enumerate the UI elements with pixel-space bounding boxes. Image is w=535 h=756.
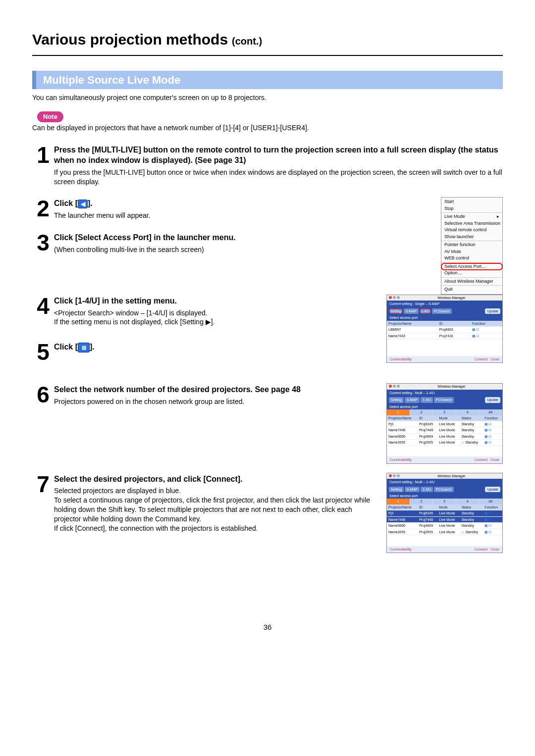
tab-setting[interactable]: Setting bbox=[389, 487, 404, 492]
step-heading: Select the network number of the desired… bbox=[54, 384, 376, 395]
page-number: 36 bbox=[32, 622, 503, 632]
sub-header: Select access port bbox=[387, 315, 502, 320]
num-2[interactable]: 2 bbox=[410, 409, 433, 415]
function-icon bbox=[484, 530, 492, 534]
page-title: Various projection methods bbox=[32, 30, 228, 50]
page-title-cont: (cont.) bbox=[232, 35, 262, 48]
update-button[interactable]: Update bbox=[485, 487, 500, 492]
number-selector: 1 2 3 4 All bbox=[387, 499, 502, 504]
step-heading: Click [1-4/U] in the setting menu. bbox=[54, 296, 376, 306]
current-setting: Current setting : Single – S-MAP bbox=[387, 301, 502, 307]
step-2: 2 Click []. The launcher menu will appea… bbox=[32, 197, 431, 220]
menu-item-quit[interactable]: Quit bbox=[441, 286, 502, 293]
step-number: 6 bbox=[32, 383, 54, 406]
tab-1-4-u[interactable]: 1-4/U bbox=[420, 308, 431, 314]
table-row[interactable]: Name0000Proj4669Live ModeStandby bbox=[387, 523, 502, 529]
function-icon bbox=[472, 334, 480, 338]
connect-button[interactable]: Connect bbox=[475, 547, 487, 552]
step-number: 1 bbox=[32, 144, 54, 166]
note-badge: Note bbox=[37, 111, 63, 122]
update-button[interactable]: Update bbox=[485, 308, 500, 314]
num-1[interactable]: 1 bbox=[387, 409, 410, 415]
projector-table: ProjectorNameIDModeStatusFunction Pj3Pro… bbox=[387, 415, 502, 457]
table-row[interactable]: Name7448Proj7448Live ModeStandby bbox=[387, 427, 502, 433]
current-setting: Current setting : Multi – 1-4/U bbox=[387, 390, 502, 396]
step-3: 3 Click [Select Access Port] in the laun… bbox=[32, 231, 431, 254]
num-1[interactable]: 1 bbox=[387, 499, 410, 504]
menu-item-pointer[interactable]: Pointer function bbox=[441, 242, 502, 249]
function-icon bbox=[484, 428, 492, 432]
num-4[interactable]: 4 bbox=[456, 409, 480, 415]
step-detail: If you press the [MULTI-LIVE] button onc… bbox=[54, 168, 503, 187]
window-footer: Connectability Connect Close bbox=[387, 456, 502, 463]
window-controls-icon[interactable] bbox=[389, 384, 401, 389]
col-func: Function bbox=[471, 321, 502, 327]
num-3[interactable]: 3 bbox=[433, 409, 456, 415]
step-detail: If the setting menu is not displayed, cl… bbox=[54, 317, 376, 327]
tab-1-4-u[interactable]: 1-4/U bbox=[421, 397, 433, 403]
tab-smap[interactable]: S-MAP bbox=[405, 397, 420, 403]
table-row-selected[interactable]: Pj3Proj9245Live ModeStandby bbox=[387, 510, 502, 516]
table-row[interactable]: Name2655Proj2655Live ModeStandby bbox=[387, 529, 502, 535]
connect-button[interactable]: Connect bbox=[475, 457, 487, 462]
number-selector: 1 2 3 4 All bbox=[387, 409, 502, 415]
window-controls-icon[interactable] bbox=[389, 296, 401, 300]
tab-smap[interactable]: S-MAP bbox=[405, 487, 420, 492]
table-row[interactable]: Name2655Proj2655Live ModeStandby bbox=[387, 440, 502, 446]
table-row[interactable]: LB80NTProj4863 bbox=[387, 327, 502, 333]
close-button[interactable]: Close bbox=[490, 547, 499, 552]
text-pre: Click [ bbox=[54, 343, 78, 351]
menu-separator bbox=[441, 241, 502, 241]
text-pre: Click [ bbox=[54, 199, 78, 207]
footer-connectability: Connectability bbox=[390, 457, 412, 462]
step-heading: Click [Select Access Port] in the launch… bbox=[54, 232, 431, 243]
tab-setting[interactable]: Setting bbox=[389, 397, 404, 403]
step-number: 4 bbox=[32, 295, 54, 317]
table-row-selected[interactable]: Name7448Proj7448Live ModeStandby bbox=[387, 516, 502, 522]
tab-setting[interactable]: Setting bbox=[389, 308, 403, 314]
close-button[interactable]: Close bbox=[490, 357, 499, 361]
sub-header: Select access port bbox=[387, 493, 502, 499]
menu-item-show-launcher[interactable]: Show launcher bbox=[441, 234, 502, 241]
num-all[interactable]: All bbox=[479, 409, 502, 415]
num-all[interactable]: All bbox=[479, 499, 502, 504]
menu-item-live-mode[interactable]: Live Mode bbox=[441, 213, 502, 220]
menu-item-start[interactable]: Start bbox=[441, 199, 502, 205]
connect-button[interactable]: Connect bbox=[475, 357, 487, 361]
update-button[interactable]: Update bbox=[485, 397, 500, 403]
menu-item-option[interactable]: Option.... bbox=[441, 270, 502, 277]
window-controls-icon[interactable] bbox=[389, 474, 401, 478]
menu-item-virtual-remote[interactable]: Virtual remote control bbox=[441, 227, 502, 234]
menu-item-select-access-port[interactable]: Select Access Port.... bbox=[441, 263, 502, 270]
window-footer: Connectability Connect Close bbox=[387, 356, 502, 362]
tab-pcsearch[interactable]: PCSearch bbox=[434, 397, 454, 403]
step-detail: (When controlling multi-live in the sear… bbox=[54, 245, 431, 254]
tab-smap[interactable]: S-MAP bbox=[404, 308, 419, 314]
menu-item-web-control[interactable]: WEB control bbox=[441, 255, 502, 262]
table-row[interactable]: Pj3Proj9245Live ModeStandby bbox=[387, 421, 502, 427]
step-number: 7 bbox=[32, 473, 54, 496]
num-4[interactable]: 4 bbox=[456, 499, 480, 504]
num-2[interactable]: 2 bbox=[410, 499, 433, 504]
table-row[interactable]: Name0000Proj4669Live ModeStandby bbox=[387, 433, 502, 439]
tab-pcsearch[interactable]: PCSearch bbox=[432, 308, 452, 314]
menu-item-selective-area[interactable]: Selective Area Transmission bbox=[441, 220, 502, 227]
page-title-row: Various projection methods (cont.) bbox=[32, 30, 503, 52]
col-id: ID bbox=[438, 321, 471, 327]
tab-1-4-u[interactable]: 1-4/U bbox=[421, 487, 433, 492]
function-icon bbox=[484, 523, 492, 528]
tab-pcsearch[interactable]: PCSearch bbox=[434, 487, 454, 492]
text-post: ]. bbox=[88, 199, 93, 207]
step-number: 3 bbox=[32, 231, 54, 254]
menu-item-stop[interactable]: Stop bbox=[441, 205, 502, 212]
menu-item-about[interactable]: About Wireless Manager bbox=[441, 278, 502, 285]
window-title: Wireless Manager bbox=[403, 296, 500, 300]
window-titlebar: Wireless Manager bbox=[387, 295, 502, 301]
close-button[interactable]: Close bbox=[490, 457, 499, 462]
num-3[interactable]: 3 bbox=[433, 499, 456, 504]
step-4: 4 Click [1-4/U] in the setting menu. <Pr… bbox=[32, 295, 376, 327]
table-row[interactable]: Name7416Proj7416 bbox=[387, 333, 502, 339]
menu-item-av-mute[interactable]: AV Mute bbox=[441, 249, 502, 255]
function-icon bbox=[484, 511, 492, 515]
launcher-menu: Start Stop Live Mode Selective Area Tran… bbox=[441, 197, 503, 295]
